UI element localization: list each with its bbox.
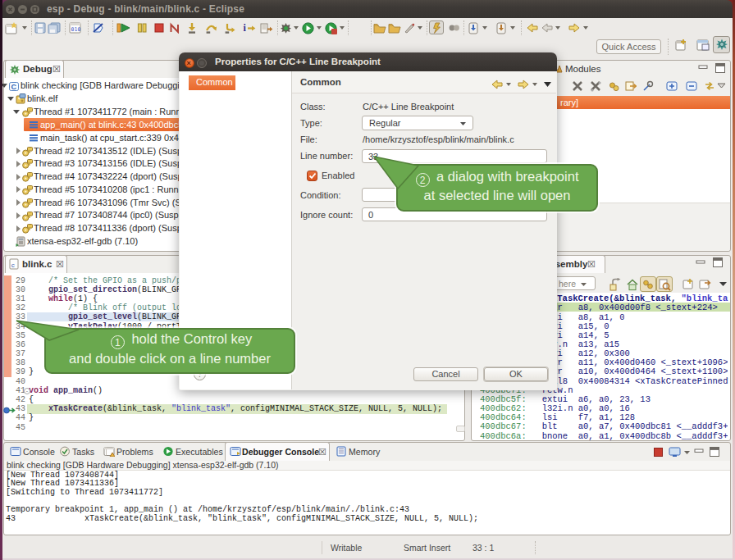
svg-text:i: i	[244, 22, 247, 34]
svg-text:010: 010	[71, 26, 81, 33]
svg-text:c: c	[11, 262, 15, 269]
svg-text:C: C	[11, 83, 17, 91]
